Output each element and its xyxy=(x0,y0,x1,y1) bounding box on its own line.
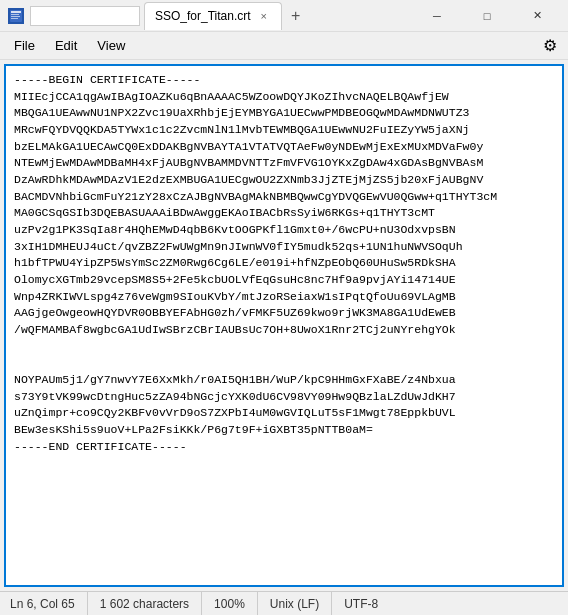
search-input[interactable] xyxy=(30,6,140,26)
status-zoom: 100% xyxy=(202,592,258,615)
title-bar: SSO_for_Titan.crt × + ─ □ ✕ xyxy=(0,0,568,32)
menu-view[interactable]: View xyxy=(87,34,135,57)
status-line-ending[interactable]: Unix (LF) xyxy=(258,592,332,615)
settings-icon[interactable]: ⚙ xyxy=(536,32,564,60)
svg-rect-3 xyxy=(11,16,20,17)
status-characters: 1 602 characters xyxy=(88,592,202,615)
menu-file[interactable]: File xyxy=(4,34,45,57)
menu-bar: File Edit View ⚙ xyxy=(0,32,568,60)
status-position: Ln 6, Col 65 xyxy=(10,592,88,615)
menu-edit[interactable]: Edit xyxy=(45,34,87,57)
svg-rect-1 xyxy=(11,11,21,13)
svg-rect-2 xyxy=(11,14,19,15)
tabs-area: SSO_for_Titan.crt × + xyxy=(144,2,414,30)
svg-rect-4 xyxy=(11,18,18,19)
maximize-button[interactable]: □ xyxy=(464,2,510,30)
status-encoding[interactable]: UTF-8 xyxy=(332,592,390,615)
minimize-button[interactable]: ─ xyxy=(414,2,460,30)
editor-area: -----BEGIN CERTIFICATE----- MIIEcjCCA1qg… xyxy=(4,64,564,587)
tab-label: SSO_for_Titan.crt xyxy=(155,9,251,23)
active-tab[interactable]: SSO_for_Titan.crt × xyxy=(144,2,282,30)
title-bar-left xyxy=(8,6,140,26)
add-tab-button[interactable]: + xyxy=(282,2,310,30)
tab-close-button[interactable]: × xyxy=(257,9,271,23)
app-icon xyxy=(8,8,24,24)
editor-content[interactable]: -----BEGIN CERTIFICATE----- MIIEcjCCA1qg… xyxy=(6,66,562,585)
window-controls: ─ □ ✕ xyxy=(414,2,560,30)
close-button[interactable]: ✕ xyxy=(514,2,560,30)
status-bar: Ln 6, Col 65 1 602 characters 100% Unix … xyxy=(0,591,568,615)
